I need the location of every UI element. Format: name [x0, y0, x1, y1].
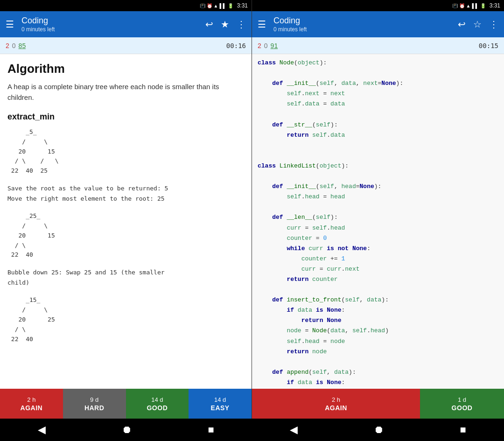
left-menu-icon[interactable]: ☰ — [6, 19, 14, 30]
tree-diagram-3: _15_ / \ 20 25 / \ 22 40 — [7, 295, 244, 344]
right-menu-icon[interactable]: ☰ — [258, 19, 266, 30]
right-btn-again-label: AGAIN — [325, 404, 347, 412]
left-nav-home[interactable]: ⏺ — [122, 424, 132, 436]
left-status-bar: 📳 ⏰ ▲ ▌▌ 🔋 3:31 — [0, 0, 252, 11]
right-code-content[interactable]: class Node(object): def __init__(self, d… — [252, 54, 504, 389]
left-btn-hard-top: 9 d — [90, 396, 98, 403]
right-app-bar: ☰ Coding 0 minutes left ↩ ☆ ⋮ — [252, 11, 504, 37]
right-nav-square[interactable]: ■ — [460, 424, 466, 436]
left-btn-again-top: 2 h — [27, 396, 35, 403]
right-score-numbers: 2 0 91 — [258, 42, 479, 49]
right-bottom-buttons: 2 h AGAIN 1 d GOOD — [252, 389, 504, 419]
left-btn-again-label: AGAIN — [21, 404, 43, 412]
left-btn-good-top: 14 d — [151, 396, 163, 403]
battery-icon: 🔋 — [228, 3, 233, 8]
algorithm-desc: A heap is a complete binary tree where e… — [7, 82, 244, 103]
right-btn-again[interactable]: 2 h AGAIN — [252, 389, 420, 419]
wifi-icon: ▲ — [214, 3, 218, 8]
left-btn-hard[interactable]: 9 d HARD — [63, 389, 126, 419]
left-btn-easy[interactable]: 14 d EASY — [189, 389, 252, 419]
left-more-icon[interactable]: ⋮ — [237, 19, 246, 30]
right-wifi-icon: ▲ — [466, 3, 471, 8]
right-score-gray: 0 — [264, 42, 268, 49]
left-score-red: 2 — [6, 42, 9, 49]
left-app-subtitle: 0 minutes left — [21, 26, 198, 33]
alarm-icon: ⏰ — [207, 3, 212, 8]
left-timer: 00:16 — [226, 42, 246, 49]
right-status-icons: 📳 ⏰ ▲ ▌▌ 🔋 — [452, 3, 486, 8]
left-btn-hard-label: HARD — [84, 404, 104, 412]
right-alarm-icon: ⏰ — [459, 3, 465, 8]
right-app-subtitle: 0 minutes left — [273, 26, 450, 33]
left-nav-square[interactable]: ■ — [208, 424, 214, 436]
right-back-icon[interactable]: ↩ — [458, 19, 466, 30]
left-app-title: Coding — [21, 16, 198, 26]
right-btn-good[interactable]: 1 d GOOD — [420, 389, 504, 419]
right-app-bar-actions: ↩ ☆ ⋮ — [458, 19, 498, 30]
right-vibrate-icon: 📳 — [452, 3, 458, 8]
right-timer: 00:15 — [479, 42, 498, 49]
left-score-green: 85 — [19, 42, 26, 49]
left-btn-good-label: GOOD — [147, 404, 168, 412]
tree-diagram-1: _5_ / \ 20 15 / \ / \ 22 40 25 — [7, 127, 244, 176]
code-block: class Node(object): def __init__(self, d… — [258, 58, 498, 389]
algo-text-1: Save the root as the value to be returne… — [7, 183, 244, 204]
right-nav-bar: ◀ ⏺ ■ — [252, 419, 504, 441]
left-back-icon[interactable]: ↩ — [205, 19, 213, 30]
extract-min-title: extract_min — [7, 112, 244, 122]
left-score-numbers: 2 0 85 — [6, 42, 226, 49]
left-btn-easy-label: EASY — [211, 404, 230, 412]
left-bottom-buttons: 2 h AGAIN 9 d HARD 14 d GOOD 14 d EASY — [0, 389, 252, 419]
signal-icon: ▌▌ — [219, 3, 226, 8]
tree-diagram-2: _25_ / \ 20 15 / \ 22 40 — [7, 211, 244, 260]
left-status-icons: 📳 ⏰ ▲ ▌▌ 🔋 — [200, 3, 233, 8]
right-panel: 📳 ⏰ ▲ ▌▌ 🔋 3:31 ☰ Coding 0 minutes left … — [252, 0, 504, 419]
right-status-bar: 📳 ⏰ ▲ ▌▌ 🔋 3:31 — [252, 0, 504, 11]
left-app-bar-actions: ↩ ★ ⋮ — [205, 19, 246, 30]
algorithm-title: Algorithm — [7, 62, 244, 76]
left-btn-good[interactable]: 14 d GOOD — [126, 389, 189, 419]
right-star-icon[interactable]: ☆ — [473, 19, 482, 30]
left-panel: 📳 ⏰ ▲ ▌▌ 🔋 3:31 ☰ Coding 0 minutes left … — [0, 0, 252, 419]
right-signal-icon: ▌▌ — [472, 3, 478, 8]
right-score-red: 2 — [258, 42, 261, 49]
right-app-title: Coding — [273, 16, 450, 26]
left-score-bar: 2 0 85 00:16 — [0, 37, 252, 54]
algo-text-2: Bubble down 25: Swap 25 and 15 (the smal… — [7, 267, 244, 288]
left-nav-back[interactable]: ◀ — [38, 424, 46, 436]
right-more-icon[interactable]: ⋮ — [489, 19, 498, 30]
left-app-bar: ☰ Coding 0 minutes left ↩ ★ ⋮ — [0, 11, 252, 37]
right-score-green: 91 — [271, 42, 278, 49]
right-nav-back[interactable]: ◀ — [290, 424, 298, 436]
left-nav-bar: ◀ ⏺ ■ — [0, 419, 252, 441]
left-content: Algorithm A heap is a complete binary tr… — [0, 54, 252, 389]
left-star-icon[interactable]: ★ — [221, 19, 229, 30]
left-time: 3:31 — [237, 2, 248, 9]
right-nav-home[interactable]: ⏺ — [374, 424, 384, 436]
left-title-group: Coding 0 minutes left — [21, 16, 198, 33]
right-btn-good-top: 1 d — [458, 396, 466, 403]
right-battery-icon: 🔋 — [480, 3, 486, 8]
right-btn-good-label: GOOD — [452, 404, 473, 412]
vibrate-icon: 📳 — [200, 3, 205, 8]
right-time: 3:31 — [490, 2, 500, 9]
right-btn-again-top: 2 h — [332, 396, 340, 403]
right-title-group: Coding 0 minutes left — [273, 16, 450, 33]
left-btn-easy-top: 14 d — [214, 396, 226, 403]
right-score-bar: 2 0 91 00:15 — [252, 37, 504, 54]
left-score-gray: 0 — [12, 42, 16, 49]
left-btn-again[interactable]: 2 h AGAIN — [0, 389, 63, 419]
